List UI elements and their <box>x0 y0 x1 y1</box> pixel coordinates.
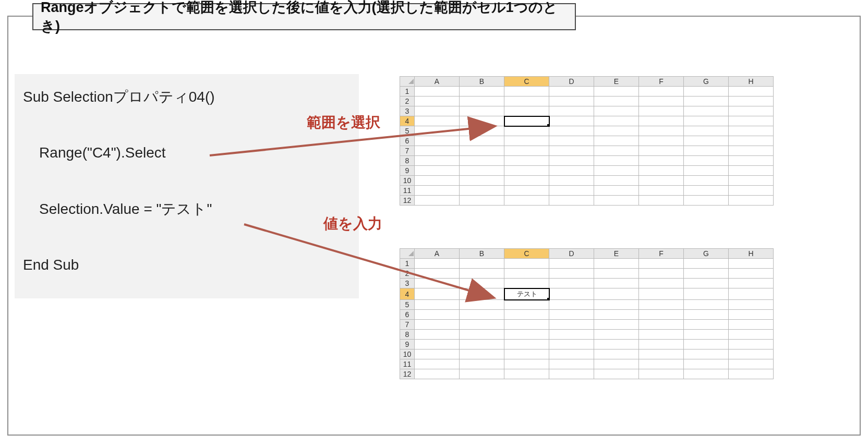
cell-E12[interactable] <box>594 196 639 206</box>
cell-C5[interactable] <box>504 126 549 136</box>
cell-D11[interactable] <box>549 359 594 369</box>
column-header-C[interactable]: C <box>504 77 549 87</box>
cell-B1[interactable] <box>460 259 504 269</box>
cell-B10[interactable] <box>460 349 504 359</box>
cell-G6[interactable] <box>684 136 729 146</box>
cell-B3[interactable] <box>460 106 504 116</box>
cell-E11[interactable] <box>594 186 639 196</box>
cell-E8[interactable] <box>594 156 639 166</box>
cell-C8[interactable] <box>504 330 549 340</box>
row-header-11[interactable]: 11 <box>400 359 415 369</box>
cell-H7[interactable] <box>729 320 774 330</box>
cell-F10[interactable] <box>639 176 684 186</box>
cell-A2[interactable] <box>415 269 460 279</box>
cell-E2[interactable] <box>594 269 639 279</box>
cell-C10[interactable] <box>504 176 549 186</box>
cell-C11[interactable] <box>504 359 549 369</box>
column-header-B[interactable]: B <box>460 77 504 87</box>
cell-F11[interactable] <box>639 359 684 369</box>
cell-C11[interactable] <box>504 186 549 196</box>
cell-G4[interactable] <box>684 116 729 126</box>
cell-G7[interactable] <box>684 146 729 156</box>
cell-F12[interactable] <box>639 196 684 206</box>
cell-F10[interactable] <box>639 349 684 359</box>
cell-C12[interactable] <box>504 369 549 379</box>
cell-D8[interactable] <box>549 156 594 166</box>
row-header-9[interactable]: 9 <box>400 340 415 349</box>
cell-G2[interactable] <box>684 269 729 279</box>
cell-D12[interactable] <box>549 196 594 206</box>
grid-corner[interactable] <box>400 249 415 259</box>
cell-G11[interactable] <box>684 359 729 369</box>
cell-F5[interactable] <box>639 126 684 136</box>
cell-H4[interactable] <box>729 116 774 126</box>
cell-A5[interactable] <box>415 126 460 136</box>
cell-B8[interactable] <box>460 330 504 340</box>
cell-H9[interactable] <box>729 166 774 176</box>
row-header-8[interactable]: 8 <box>400 156 415 166</box>
cell-F3[interactable] <box>639 279 684 288</box>
cell-G5[interactable] <box>684 126 729 136</box>
cell-A11[interactable] <box>415 359 460 369</box>
cell-B4[interactable] <box>460 288 504 300</box>
cell-H5[interactable] <box>729 126 774 136</box>
cell-F1[interactable] <box>639 87 684 97</box>
cell-A12[interactable] <box>415 196 460 206</box>
row-header-5[interactable]: 5 <box>400 126 415 136</box>
cell-D10[interactable] <box>549 176 594 186</box>
cell-A1[interactable] <box>415 87 460 97</box>
cell-D10[interactable] <box>549 349 594 359</box>
cell-B11[interactable] <box>460 359 504 369</box>
cell-G10[interactable] <box>684 349 729 359</box>
cell-C4[interactable]: テスト <box>504 288 549 300</box>
row-header-11[interactable]: 11 <box>400 186 415 196</box>
cell-B2[interactable] <box>460 269 504 279</box>
cell-E7[interactable] <box>594 320 639 330</box>
cell-C10[interactable] <box>504 349 549 359</box>
cell-H11[interactable] <box>729 186 774 196</box>
cell-G1[interactable] <box>684 259 729 269</box>
cell-E5[interactable] <box>594 126 639 136</box>
column-header-G[interactable]: G <box>684 77 729 87</box>
cell-H3[interactable] <box>729 106 774 116</box>
cell-B12[interactable] <box>460 196 504 206</box>
cell-G5[interactable] <box>684 300 729 310</box>
cell-H1[interactable] <box>729 259 774 269</box>
row-header-10[interactable]: 10 <box>400 176 415 186</box>
cell-E3[interactable] <box>594 106 639 116</box>
cell-A10[interactable] <box>415 349 460 359</box>
cell-C1[interactable] <box>504 87 549 97</box>
column-header-E[interactable]: E <box>594 249 639 259</box>
column-header-F[interactable]: F <box>639 249 684 259</box>
cell-E7[interactable] <box>594 146 639 156</box>
column-header-C[interactable]: C <box>504 249 549 259</box>
column-header-D[interactable]: D <box>549 77 594 87</box>
cell-G12[interactable] <box>684 196 729 206</box>
cell-B8[interactable] <box>460 156 504 166</box>
cell-A9[interactable] <box>415 166 460 176</box>
cell-F6[interactable] <box>639 310 684 320</box>
cell-H12[interactable] <box>729 196 774 206</box>
cell-A3[interactable] <box>415 106 460 116</box>
cell-B11[interactable] <box>460 186 504 196</box>
cell-F6[interactable] <box>639 136 684 146</box>
cell-D2[interactable] <box>549 97 594 106</box>
cell-B1[interactable] <box>460 87 504 97</box>
cell-F9[interactable] <box>639 340 684 349</box>
row-header-8[interactable]: 8 <box>400 330 415 340</box>
cell-H6[interactable] <box>729 136 774 146</box>
cell-C12[interactable] <box>504 196 549 206</box>
cell-B6[interactable] <box>460 136 504 146</box>
cell-E6[interactable] <box>594 136 639 146</box>
cell-F12[interactable] <box>639 369 684 379</box>
cell-F8[interactable] <box>639 330 684 340</box>
cell-H9[interactable] <box>729 340 774 349</box>
cell-H11[interactable] <box>729 359 774 369</box>
cell-E10[interactable] <box>594 349 639 359</box>
cell-G9[interactable] <box>684 340 729 349</box>
cell-H3[interactable] <box>729 279 774 288</box>
cell-B4[interactable] <box>460 116 504 126</box>
cell-C2[interactable] <box>504 269 549 279</box>
row-header-1[interactable]: 1 <box>400 259 415 269</box>
cell-B3[interactable] <box>460 279 504 288</box>
